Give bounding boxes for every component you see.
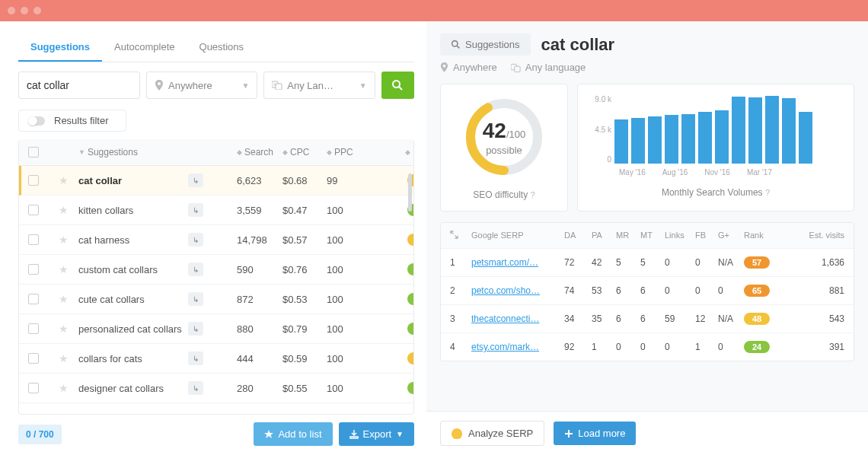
max-dot[interactable]: [34, 7, 41, 14]
tab-questions[interactable]: Questions: [187, 33, 257, 62]
expand-icon[interactable]: ↳: [188, 292, 203, 306]
main-tabs: SuggestionsAutocompleteQuestions: [18, 33, 414, 62]
help-icon[interactable]: ?: [765, 188, 770, 197]
col-diff[interactable]: ◆DIFF: [372, 147, 414, 158]
serp-col[interactable]: DA: [564, 231, 590, 240]
tab-autocomplete[interactable]: Autocomplete: [102, 33, 187, 62]
table-row[interactable]: ★ cat harness ↳ 14,798 $0.57 100 42: [19, 225, 413, 255]
table-row[interactable]: ★ cute cat collars ↳ 872 $0.53 100 33: [19, 285, 413, 314]
load-more-button[interactable]: Load more: [554, 422, 636, 445]
serp-table: Google SERPDAPAMRMTLinksFBG+RankEst. vis…: [440, 222, 854, 361]
row-checkbox[interactable]: [28, 353, 39, 364]
language-dropdown[interactable]: A Any Lan… ▼: [263, 72, 375, 99]
serp-col[interactable]: MR: [616, 231, 639, 240]
table-row[interactable]: ★ custom cat collars ↳ 590 $0.76 100 20: [19, 255, 413, 285]
serp-url[interactable]: thecatconnecti…: [471, 313, 563, 324]
keyword-title: cat collar: [541, 35, 615, 55]
col-cpc[interactable]: ◆CPC: [282, 147, 324, 158]
table-row[interactable]: ★ designer cat collars ↳ 280 $0.55 100 2…: [19, 374, 413, 403]
table-row[interactable]: ★ collars for cats ↳ 444 $0.59 100 43: [19, 344, 413, 374]
bar: [648, 116, 662, 164]
expand-icon[interactable]: ↳: [188, 352, 203, 365]
serp-row: 4 etsy.com/mark… 92 1 0 0 0 1 0 24 391: [441, 332, 854, 361]
window-titlebar: [0, 0, 868, 21]
expand-icon[interactable]: ↳: [188, 203, 203, 217]
meta-language: Any language: [511, 62, 586, 73]
star-icon[interactable]: ★: [59, 293, 69, 305]
search-icon: [391, 79, 404, 91]
table-row[interactable]: ★ cat collar ↳ 6,623 $0.68 99 42: [19, 166, 413, 196]
expand-icon[interactable]: ↳: [188, 262, 203, 276]
rank-pill: 65: [744, 285, 770, 297]
svg-point-3: [393, 81, 400, 88]
expand-icon[interactable]: ↳: [188, 381, 203, 395]
table-row[interactable]: ★ kitten collars ↳ 3,559 $0.47 100 34: [19, 196, 413, 225]
serp-col[interactable]: PA: [592, 231, 614, 240]
expand-icon[interactable]: ↳: [188, 322, 203, 336]
keyword-cell: kitten collars: [78, 205, 185, 216]
search-volume-card: 9.0 k 4.5 k 0 May '16Aug '16Nov '16Mar '…: [577, 84, 854, 212]
select-all-checkbox[interactable]: [28, 147, 39, 158]
serp-col[interactable]: Est. visits: [780, 231, 844, 240]
scrollbar[interactable]: [408, 173, 412, 212]
ppc-cell: 100: [327, 383, 369, 394]
row-checkbox[interactable]: [28, 264, 39, 275]
export-button[interactable]: Export ▼: [339, 422, 414, 446]
bulb-icon: [452, 428, 462, 439]
star-icon[interactable]: ★: [59, 323, 69, 335]
tab-suggestions[interactable]: Suggestions: [18, 33, 102, 62]
row-checkbox[interactable]: [28, 175, 39, 186]
keyword-input[interactable]: [18, 72, 140, 99]
keyword-cell: personalized cat collars: [78, 323, 185, 335]
results-filter-toggle[interactable]: Results filter: [18, 110, 126, 132]
cpc-cell: $0.79: [282, 323, 324, 335]
location-dropdown[interactable]: Anywhere ▼: [146, 72, 257, 99]
search-cell: 880: [237, 323, 279, 335]
serp-col[interactable]: Links: [665, 231, 694, 240]
diff-pill: 28: [407, 382, 413, 394]
star-icon[interactable]: ★: [59, 204, 69, 216]
suggestions-tag[interactable]: Suggestions: [440, 33, 531, 56]
diff-pill: 33: [407, 293, 413, 305]
min-dot[interactable]: [21, 7, 28, 14]
serp-col[interactable]: G+: [718, 231, 742, 240]
star-icon[interactable]: ★: [59, 352, 69, 364]
row-checkbox[interactable]: [28, 323, 39, 334]
star-icon[interactable]: ★: [59, 382, 69, 394]
pin-icon: [155, 80, 164, 91]
add-to-list-button[interactable]: Add to list: [254, 422, 332, 446]
serp-url[interactable]: petco.com/sho…: [471, 285, 563, 296]
col-search[interactable]: ◆Search: [237, 147, 279, 158]
expand-icon[interactable]: ↳: [188, 233, 203, 247]
close-dot[interactable]: [8, 7, 15, 14]
star-icon[interactable]: ★: [59, 263, 69, 275]
pin-icon: [440, 62, 448, 72]
search-button[interactable]: [381, 72, 414, 99]
row-checkbox[interactable]: [28, 234, 39, 245]
row-checkbox[interactable]: [28, 383, 39, 393]
col-suggestions[interactable]: ▼Suggestions: [78, 147, 185, 158]
star-icon[interactable]: ★: [59, 234, 69, 246]
analyze-serp-button[interactable]: Analyze SERP: [440, 421, 544, 446]
svg-line-4: [399, 87, 402, 90]
language-icon: A: [272, 81, 282, 90]
row-checkbox[interactable]: [28, 294, 39, 304]
serp-url[interactable]: etsy.com/mark…: [471, 342, 563, 352]
table-row[interactable]: ★ personalized cat collars ↳ 880 $0.79 1…: [19, 314, 413, 344]
diff-pill: 43: [407, 352, 413, 364]
expand-icon[interactable]: ↳: [188, 173, 203, 187]
star-icon[interactable]: ★: [59, 174, 69, 186]
serp-col[interactable]: MT: [640, 231, 663, 240]
help-icon[interactable]: ?: [531, 190, 535, 199]
serp-col[interactable]: FB: [695, 231, 716, 240]
bar: [665, 115, 678, 164]
col-ppc[interactable]: ◆PPC: [327, 147, 369, 158]
search-cell: 3,559: [237, 205, 279, 216]
serp-col[interactable]: Rank: [744, 231, 779, 240]
location-label: Anywhere: [168, 80, 237, 91]
search-cell: 6,623: [237, 175, 279, 186]
serp-rank-num: 4: [450, 342, 470, 352]
serp-col[interactable]: Google SERP: [471, 231, 563, 240]
row-checkbox[interactable]: [28, 205, 39, 215]
serp-url[interactable]: petsmart.com/…: [471, 257, 563, 268]
